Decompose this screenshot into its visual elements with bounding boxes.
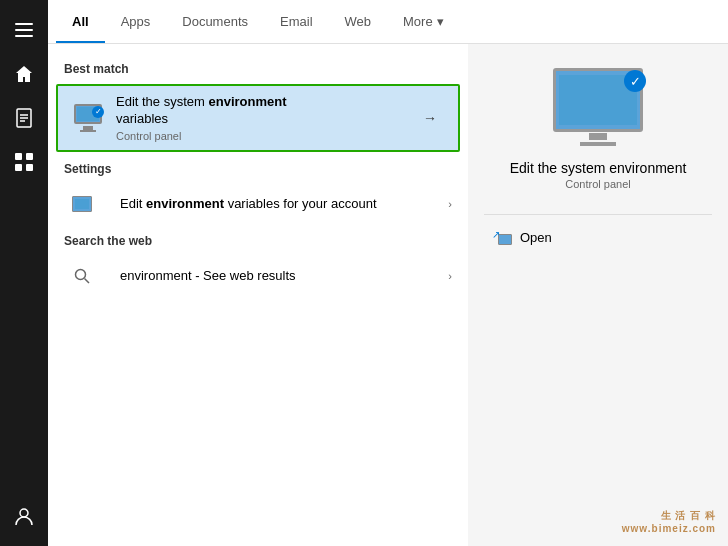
watermark: 生 活 百 科 www.bimeiz.com [622,509,716,534]
content-area: Best match ✓ Edit the system environment [48,44,728,546]
svg-line-13 [85,278,90,283]
search-icon [64,258,100,294]
right-panel-subtitle: Control panel [565,178,630,190]
svg-rect-8 [26,153,33,160]
tab-all[interactable]: All [56,2,105,43]
svg-point-12 [76,269,86,279]
svg-rect-9 [15,164,22,171]
tab-email[interactable]: Email [264,2,329,43]
document-icon[interactable] [0,96,48,140]
left-panel: Best match ✓ Edit the system environment [48,44,468,546]
best-match-title: Edit the system environment variables [116,94,414,128]
settings-monitor-icon [64,186,100,222]
sidebar [0,0,48,546]
search-web-arrow: › [448,270,452,282]
svg-point-11 [20,509,28,517]
user-profile-icon[interactable] [0,494,48,538]
checkmark-badge: ✓ [92,106,104,118]
chevron-down-icon: ▾ [437,14,444,29]
main-content: All Apps Documents Email Web More ▾ Best… [48,0,728,546]
item-icon-monitor: ✓ [70,100,106,136]
tab-apps[interactable]: Apps [105,2,167,43]
sidebar-bottom [0,494,48,538]
apps-grid-icon[interactable] [0,140,48,184]
right-panel: ✓ Edit the system environment Control pa… [468,44,728,546]
search-web-text: environment - See web results [120,268,438,283]
tabs-bar: All Apps Documents Email Web More ▾ [48,0,728,44]
home-icon[interactable] [0,52,48,96]
best-match-arrow[interactable]: → [414,102,446,134]
settings-item-text: Edit environment variables for your acco… [120,196,438,211]
tab-web[interactable]: Web [329,2,388,43]
best-match-subtitle: Control panel [116,130,414,142]
svg-rect-10 [26,164,33,171]
best-match-text: Edit the system environment variables Co… [116,94,414,142]
open-label: Open [520,230,552,245]
divider [484,214,712,215]
open-icon: ↗ [492,229,512,245]
best-match-label: Best match [48,56,468,80]
settings-label: Settings [48,156,468,180]
best-match-item[interactable]: ✓ Edit the system environment variables … [56,84,460,152]
svg-rect-2 [15,35,33,37]
tab-documents[interactable]: Documents [166,2,264,43]
right-panel-title: Edit the system environment [510,160,687,176]
open-button[interactable]: ↗ Open [484,223,712,251]
svg-rect-1 [15,29,33,31]
svg-rect-7 [15,153,22,160]
hamburger-menu-icon[interactable] [0,8,48,52]
search-web-item[interactable]: environment - See web results › [48,252,468,300]
right-panel-monitor-icon: ✓ [548,68,648,148]
settings-env-item[interactable]: Edit environment variables for your acco… [48,180,468,228]
tab-more[interactable]: More ▾ [387,2,460,43]
search-web-label: Search the web [48,228,468,252]
svg-rect-0 [15,23,33,25]
settings-arrow: › [448,198,452,210]
